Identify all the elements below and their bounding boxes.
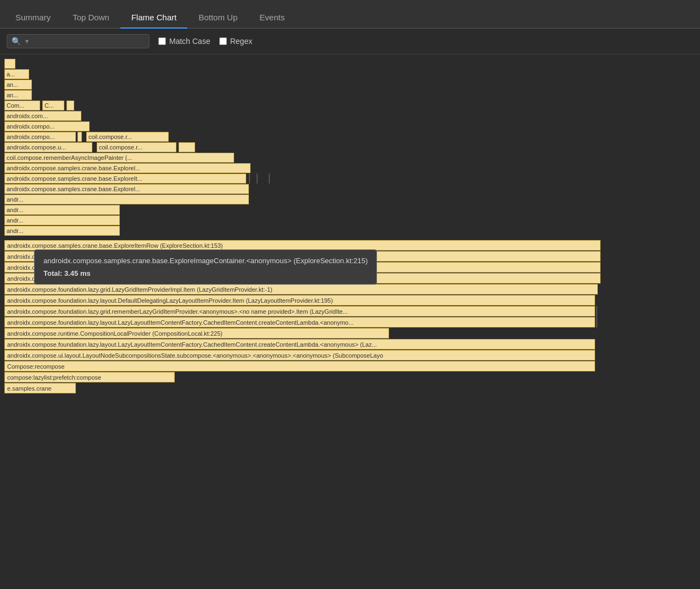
match-case-checkbox[interactable] <box>158 37 166 45</box>
full-row: androidx.compose.foundation.lazy.grid.re… <box>4 306 700 316</box>
flame-bar[interactable] <box>179 142 195 152</box>
flame-tooltip: androidx.compose.samples.crane.base.Expl… <box>34 249 377 285</box>
match-case-text: Match Case <box>169 37 210 46</box>
flame-row: androidx.compo... coil.compose.r... <box>4 132 700 142</box>
tick-mark <box>596 317 597 327</box>
regex-label[interactable]: Regex <box>219 37 252 46</box>
flame-bar[interactable]: Compose:recompose <box>4 361 595 371</box>
flame-bar[interactable] <box>66 101 74 110</box>
flame-row: androidx.compose.samples.crane.base.Expl… <box>4 163 700 173</box>
flame-bar[interactable]: androidx.compose.foundation.lazy.grid.La… <box>4 284 598 294</box>
flame-row: andr... <box>4 226 700 236</box>
flame-bar[interactable]: a... <box>4 69 29 79</box>
flame-bar[interactable]: C... <box>42 101 64 110</box>
flame-bar[interactable] <box>4 59 15 69</box>
flame-row: androidx.com... <box>4 111 700 121</box>
flame-bar[interactable]: coil.compose.r... <box>97 142 176 152</box>
tick-mark <box>269 174 270 184</box>
search-bar: 🔍 ▾ Match Case Regex <box>0 29 700 54</box>
flame-area: a... an... an... Com... C... androidx.co… <box>0 54 700 394</box>
tab-top-down[interactable]: Top Down <box>62 7 120 29</box>
flame-bar[interactable]: androidx.compose.foundation.lazy.grid.re… <box>4 306 595 316</box>
flame-bar[interactable]: androidx.compose.samples.crane.base.Expl… <box>4 163 251 173</box>
full-row: androidx.compose.foundation.lazy.layout.… <box>4 317 700 327</box>
tooltip-total: Total: 3.45 ms <box>43 269 368 277</box>
flame-row: andr... <box>4 215 700 225</box>
flame-bar[interactable] <box>77 132 82 142</box>
flame-bar[interactable]: andr... <box>4 195 249 204</box>
flame-bar[interactable]: androidx.compose.samples.crane.base.Expl… <box>4 184 249 194</box>
tick-mark <box>596 306 597 316</box>
full-row: Compose:recompose <box>4 361 700 371</box>
regex-text: Regex <box>230 37 252 46</box>
flame-row: androidx.compose.u... coil.compose.r... <box>4 142 700 152</box>
flame-bar[interactable]: Com... <box>4 101 40 110</box>
flame-row: an... <box>4 80 700 90</box>
full-row: androidx.compose.foundation.lazy.grid.La… <box>4 284 700 294</box>
flame-bar[interactable]: androidx.compose.foundation.lazy.layout.… <box>4 295 595 305</box>
flame-row: coil.compose.rememberAsyncImagePainter (… <box>4 153 700 163</box>
search-input-wrap[interactable]: 🔍 ▾ <box>7 34 149 48</box>
flame-bar[interactable]: androidx.compo... <box>4 121 90 131</box>
regex-checkbox[interactable] <box>219 37 227 45</box>
flame-bar[interactable]: andr... <box>4 205 120 215</box>
tab-bottom-up[interactable]: Bottom Up <box>187 7 248 29</box>
tab-summary[interactable]: Summary <box>4 7 62 29</box>
flame-bar[interactable]: androidx.compose.runtime.CompositionLoca… <box>4 328 389 338</box>
flame-bar[interactable]: androidx.compose.foundation.lazy.layout.… <box>4 339 595 349</box>
flame-bar[interactable]: androidx.compose.u... <box>4 142 92 152</box>
flame-bar[interactable]: coil.compose.r... <box>86 132 169 142</box>
match-case-label[interactable]: Match Case <box>158 37 210 46</box>
flame-bar[interactable]: androidx.compose.ui.layout.LayoutNodeSub… <box>4 350 595 360</box>
flame-row: a... <box>4 69 700 79</box>
full-row: compose:lazylist:prefetch:compose <box>4 372 700 382</box>
tooltip-title: androidx.compose.samples.crane.base.Expl… <box>43 257 368 265</box>
flame-bar[interactable]: coil.compose.rememberAsyncImagePainter (… <box>4 153 234 163</box>
flame-bar[interactable]: an... <box>4 90 32 100</box>
flame-row <box>4 59 700 69</box>
flame-bar[interactable]: androidx.compo... <box>4 132 76 142</box>
flame-bar[interactable]: compose:lazylist:prefetch:compose <box>4 372 175 382</box>
flame-row: andr... <box>4 195 700 204</box>
tab-bar: Summary Top Down Flame Chart Bottom Up E… <box>0 0 700 29</box>
flame-bar[interactable]: e.samples.crane <box>4 383 76 393</box>
full-row: androidx.compose.runtime.CompositionLoca… <box>4 328 700 338</box>
flame-row: androidx.compose.samples.crane.base.Expl… <box>4 174 700 184</box>
search-icon: 🔍 <box>12 37 21 46</box>
tab-events[interactable]: Events <box>248 7 296 29</box>
flame-row: Com... C... <box>4 101 700 110</box>
flame-bar[interactable]: andr... <box>4 226 120 236</box>
flame-bar[interactable]: androidx.compose.foundation.lazy.layout.… <box>4 317 595 327</box>
flame-row: andr... <box>4 205 700 215</box>
flame-bar[interactable]: androidx.com... <box>4 111 81 121</box>
flame-bar[interactable]: androidx.compose.samples.crane.base.Expl… <box>4 174 246 184</box>
full-row: androidx.compose.ui.layout.LayoutNodeSub… <box>4 350 700 360</box>
full-row: e.samples.crane <box>4 383 700 393</box>
search-input[interactable] <box>32 37 145 46</box>
flame-bar[interactable]: andr... <box>4 215 120 225</box>
flame-bar[interactable]: an... <box>4 80 32 90</box>
flame-row: an... <box>4 90 700 100</box>
flame-row: androidx.compose.samples.crane.base.Expl… <box>4 184 700 194</box>
flame-row: androidx.compo... <box>4 121 700 131</box>
full-row: androidx.compose.foundation.lazy.layout.… <box>4 295 700 305</box>
search-dropdown-arrow[interactable]: ▾ <box>25 37 29 45</box>
flame-rows-top: a... an... an... Com... C... androidx.co… <box>0 59 700 236</box>
full-row: androidx.compose.foundation.lazy.layout.… <box>4 339 700 349</box>
tab-flame-chart[interactable]: Flame Chart <box>120 7 188 29</box>
